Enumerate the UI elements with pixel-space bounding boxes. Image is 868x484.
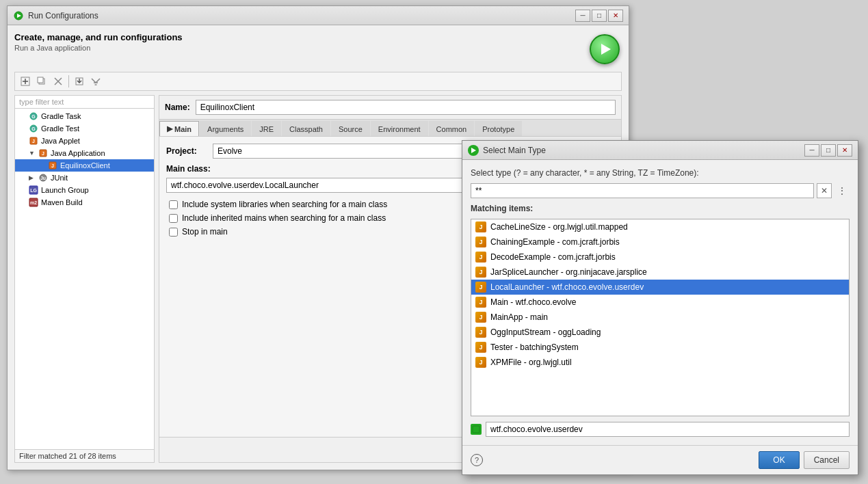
tree-label-java-applet: Java Applet xyxy=(41,137,80,145)
run-config-icon xyxy=(13,10,24,21)
item-icon-5: J xyxy=(475,297,486,308)
cancel-button[interactable]: Cancel xyxy=(804,451,850,469)
dialog-description: Select type (? = any character, * = any … xyxy=(471,168,850,178)
list-item-7[interactable]: J OggInputStream - oggLoading xyxy=(471,325,849,340)
item-icon-9: J xyxy=(475,357,486,368)
tab-prototype[interactable]: Prototype xyxy=(475,121,522,136)
list-item-0[interactable]: J CacheLineSize - org.lwjgl.util.mapped xyxy=(471,219,849,234)
dialog-minimize-button[interactable]: ─ xyxy=(804,144,819,157)
select-main-type-dialog: Select Main Type ─ □ ✕ Select type (? = … xyxy=(462,140,858,475)
svg-marker-29 xyxy=(471,148,476,153)
dialog-title-text: Select Main Type xyxy=(483,146,546,155)
new-config-button[interactable] xyxy=(18,74,33,89)
status-bar: Filter matched 21 of 28 items xyxy=(15,449,154,462)
tab-main-label: Main xyxy=(174,125,192,133)
duplicate-config-button[interactable] xyxy=(34,74,49,89)
matching-label: Matching items: xyxy=(471,204,850,213)
tab-common[interactable]: Common xyxy=(429,121,475,136)
dialog-title-area: Select Main Type xyxy=(468,145,546,156)
tree-label-gradle-test: Gradle Test xyxy=(41,124,79,133)
list-item-9[interactable]: J XPMFile - org.lwjgl.util xyxy=(471,355,849,370)
svg-rect-30 xyxy=(473,426,479,433)
list-item-2[interactable]: J DecodeExample - com.jcraft.jorbis xyxy=(471,250,849,265)
list-item-label-4: LocalLauncher - wtf.choco.evolve.userdev xyxy=(490,282,644,292)
tree-label-java-app: Java Application xyxy=(51,149,105,157)
list-item-8[interactable]: J Tester - batchingSystem xyxy=(471,340,849,355)
dialog-close-button[interactable]: ✕ xyxy=(837,144,852,157)
run-play-button[interactable] xyxy=(590,34,620,64)
list-item-label-0: CacheLineSize - org.lwjgl.util.mapped xyxy=(490,222,628,232)
list-item-1[interactable]: J ChainingExample - com.jcraft.jorbis xyxy=(471,234,849,250)
delete-config-button[interactable] xyxy=(51,74,66,89)
tree-item-gradle-test[interactable]: G Gradle Test xyxy=(15,122,154,135)
tree-item-junit[interactable]: ▶ Ju JUnit xyxy=(15,172,154,184)
play-triangle-icon xyxy=(601,44,611,55)
dialog-footer-buttons: OK Cancel xyxy=(759,451,850,469)
item-icon-3: J xyxy=(475,267,486,278)
svg-text:Ju: Ju xyxy=(40,176,46,180)
svg-text:J: J xyxy=(42,151,44,156)
search-options-button[interactable]: ⋮ xyxy=(834,183,850,198)
java-applet-icon: J xyxy=(29,136,38,146)
left-panel: G Gradle Task G Gradle Test J Java Apple… xyxy=(14,95,155,463)
tree-item-java-app[interactable]: ▼ J Java Application xyxy=(15,147,154,159)
tree-view: G Gradle Task G Gradle Test J Java Apple… xyxy=(15,109,154,449)
tab-arguments[interactable]: Arguments xyxy=(200,121,251,136)
tree-item-maven[interactable]: m2 Maven Build xyxy=(15,196,154,209)
header-subtitle: Run a Java application xyxy=(14,44,183,52)
list-item-4[interactable]: J LocalLauncher - wtf.choco.evolve.userd… xyxy=(471,280,849,295)
tab-classpath[interactable]: Classpath xyxy=(282,121,330,136)
tab-main[interactable]: ▶ Main xyxy=(159,121,199,136)
item-icon-8: J xyxy=(475,342,486,353)
junit-icon: Ju xyxy=(38,173,48,183)
ok-button[interactable]: OK xyxy=(759,451,799,469)
tree-label-maven: Maven Build xyxy=(41,198,83,206)
gradle-test-icon: G xyxy=(29,124,38,133)
search-row: ✕ ⋮ xyxy=(471,183,850,198)
selected-value-row xyxy=(471,422,850,437)
dialog-title-icon xyxy=(468,145,479,156)
export-button[interactable] xyxy=(72,74,87,89)
include-inherited-mains-checkbox[interactable] xyxy=(169,214,178,223)
dialog-maximize-button[interactable]: □ xyxy=(821,144,836,157)
item-icon-2: J xyxy=(475,252,486,263)
tree-label-gradle-task: Gradle Task xyxy=(41,112,81,120)
tree-item-java-applet[interactable]: J Java Applet xyxy=(15,135,154,147)
expand-icon: ▼ xyxy=(29,150,36,157)
tree-item-equilinox[interactable]: J EquilinoxClient xyxy=(15,159,154,172)
tab-source[interactable]: Source xyxy=(331,121,370,136)
tree-item-launch-group[interactable]: LG Launch Group xyxy=(15,184,154,196)
tab-jre[interactable]: JRE xyxy=(252,121,281,136)
java-app-icon: J xyxy=(38,148,48,158)
filter-input[interactable] xyxy=(15,96,154,109)
stop-in-main-checkbox[interactable] xyxy=(169,228,178,237)
tab-environment[interactable]: Environment xyxy=(371,121,428,136)
list-item-5[interactable]: J Main - wtf.choco.evolve xyxy=(471,295,849,310)
close-button[interactable]: ✕ xyxy=(608,10,623,22)
search-clear-button[interactable]: ✕ xyxy=(817,183,832,198)
help-icon[interactable]: ? xyxy=(471,454,483,466)
tab-classpath-label: Classpath xyxy=(289,125,323,133)
tab-source-label: Source xyxy=(339,125,363,133)
name-input[interactable] xyxy=(196,100,616,115)
tree-item-gradle-task[interactable]: G Gradle Task xyxy=(15,110,154,122)
list-item-6[interactable]: J MainApp - main xyxy=(471,310,849,325)
minimize-button[interactable]: ─ xyxy=(575,10,590,22)
name-bar: Name: xyxy=(159,96,621,120)
items-list: J CacheLineSize - org.lwjgl.util.mapped … xyxy=(471,219,850,416)
window-header: Create, manage, and run configurations R… xyxy=(14,32,622,66)
include-system-libs-checkbox[interactable] xyxy=(169,200,178,209)
dialog-controls: ─ □ ✕ xyxy=(804,144,852,157)
window-controls: ─ □ ✕ xyxy=(575,10,623,22)
tree-label-junit: JUnit xyxy=(51,174,68,182)
list-item-3[interactable]: J JarSpliceLauncher - org.ninjacave.jars… xyxy=(471,265,849,280)
filter-button[interactable] xyxy=(88,74,103,89)
launch-icon: LG xyxy=(29,185,38,195)
maximize-button[interactable]: □ xyxy=(592,10,607,22)
expand-junit-icon: ▶ xyxy=(29,174,36,181)
item-icon-4: J xyxy=(475,282,486,293)
tab-main-icon: ▶ xyxy=(167,124,172,133)
selected-value-input[interactable] xyxy=(486,422,850,437)
search-input[interactable] xyxy=(471,183,814,198)
svg-text:G: G xyxy=(31,114,36,119)
